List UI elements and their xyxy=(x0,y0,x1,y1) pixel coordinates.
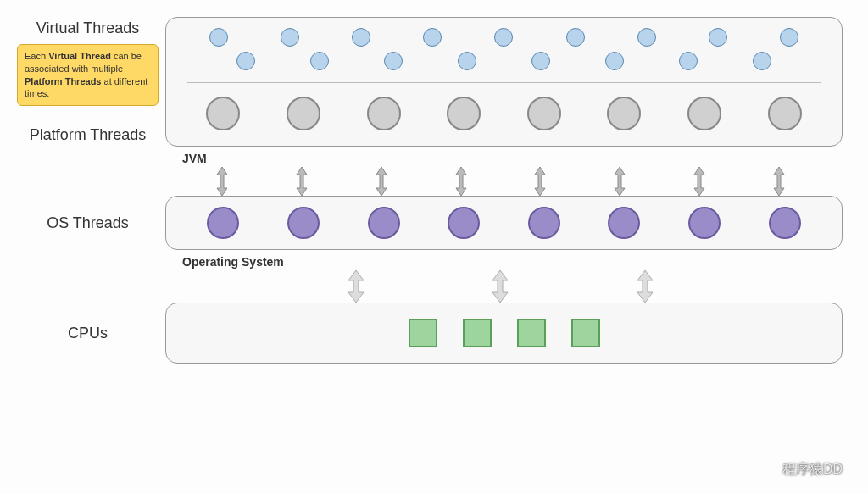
virtual-thread-circle xyxy=(709,28,727,47)
double-arrow-icon xyxy=(490,270,510,303)
svg-marker-2 xyxy=(376,167,387,196)
svg-marker-0 xyxy=(217,167,227,196)
os-thread-circle xyxy=(769,207,801,239)
platform-thread-circle xyxy=(527,97,561,130)
virtual-thread-circle xyxy=(780,28,798,47)
virtual-thread-circle xyxy=(566,28,585,47)
virtual-thread-circle xyxy=(310,52,329,70)
double-arrow-icon xyxy=(214,167,230,196)
watermark-text: 程序猿DD xyxy=(782,461,843,479)
svg-marker-5 xyxy=(615,167,625,196)
double-arrow-icon xyxy=(612,167,627,196)
os-threads-box xyxy=(165,196,843,250)
virtual-thread-circle xyxy=(209,28,228,47)
svg-marker-3 xyxy=(456,167,466,196)
thread-architecture-diagram: Virtual Threads Each Virtual Thread can … xyxy=(0,0,868,377)
cpus-row xyxy=(183,314,825,352)
cpus-box xyxy=(165,303,843,364)
virtual-thread-circle xyxy=(236,52,255,70)
cpus-label: CPUs xyxy=(17,325,159,342)
double-arrow-icon xyxy=(453,167,469,196)
virtual-thread-circle xyxy=(531,52,550,70)
double-arrow-icon xyxy=(532,167,548,196)
virtual-threads-row-2 xyxy=(183,52,825,70)
os-threads-row xyxy=(183,207,825,239)
platform-thread-circle xyxy=(607,97,641,130)
svg-marker-7 xyxy=(774,167,784,196)
virtual-thread-circle xyxy=(605,52,624,70)
virtual-threads-row-1 xyxy=(183,28,825,47)
virtual-thread-circle xyxy=(753,52,771,70)
platform-threads-label: Platform Threads xyxy=(30,126,147,144)
os-thread-circle xyxy=(207,207,239,239)
platform-thread-circle xyxy=(447,97,481,130)
jvm-box xyxy=(165,17,843,147)
os-thread-circle xyxy=(608,207,640,239)
watermark: 程序猿DD xyxy=(760,461,843,479)
os-to-cpu-arrows xyxy=(182,270,819,303)
platform-thread-circle xyxy=(367,97,401,130)
platform-thread-circle xyxy=(287,97,320,130)
wechat-icon xyxy=(760,462,777,479)
virtual-thread-circle xyxy=(423,28,442,47)
platform-thread-circle xyxy=(687,97,721,130)
virtual-threads-label: Virtual Threads xyxy=(36,19,139,37)
cpu-square xyxy=(571,319,600,347)
double-arrow-icon xyxy=(374,167,389,196)
cpu-square xyxy=(463,319,492,347)
double-arrow-icon xyxy=(771,167,787,196)
virtual-thread-circle xyxy=(281,28,299,47)
os-thread-circle xyxy=(448,207,480,239)
svg-marker-8 xyxy=(348,270,364,303)
virtual-thread-circle xyxy=(494,28,513,47)
svg-marker-1 xyxy=(297,167,307,196)
jvm-divider xyxy=(187,82,821,83)
virtual-thread-circle xyxy=(384,52,403,70)
os-thread-circle xyxy=(368,207,400,239)
os-thread-circle xyxy=(287,207,320,239)
jvm-to-os-arrows xyxy=(182,167,819,196)
virtual-thread-circle xyxy=(637,28,656,47)
os-thread-circle xyxy=(528,207,560,239)
svg-marker-9 xyxy=(492,270,508,303)
cpu-square xyxy=(409,319,437,347)
virtual-thread-circle xyxy=(679,52,698,70)
virtual-thread-circle xyxy=(458,52,476,70)
cpu-square xyxy=(517,319,546,347)
svg-marker-6 xyxy=(694,167,704,196)
double-arrow-icon xyxy=(635,270,655,303)
platform-thread-circle xyxy=(206,97,240,130)
platform-thread-circle xyxy=(768,97,802,130)
os-sublabel: Operating System xyxy=(182,255,843,269)
svg-marker-4 xyxy=(535,167,545,196)
jvm-sublabel: JVM xyxy=(182,152,843,165)
os-threads-label: OS Threads xyxy=(17,214,159,232)
os-thread-circle xyxy=(688,207,721,239)
double-arrow-icon xyxy=(692,167,707,196)
double-arrow-icon xyxy=(294,167,309,196)
platform-threads-row xyxy=(183,97,825,130)
explanation-note: Each Virtual Thread can be associated wi… xyxy=(17,44,159,106)
virtual-thread-circle xyxy=(352,28,370,47)
svg-marker-10 xyxy=(637,270,653,303)
double-arrow-icon xyxy=(346,270,366,303)
